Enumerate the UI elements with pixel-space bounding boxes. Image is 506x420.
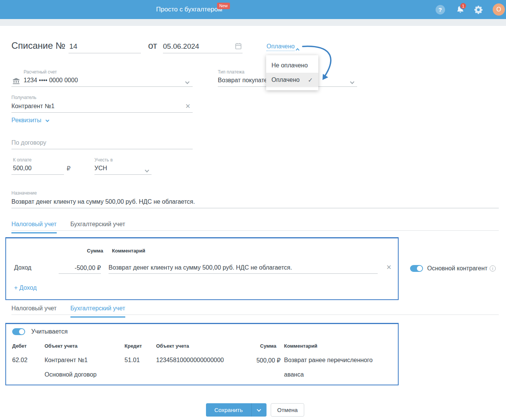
page-title: Списание №	[11, 40, 65, 51]
info-icon[interactable]: i	[490, 265, 496, 271]
tax-scheme-chevron-icon[interactable]	[145, 166, 148, 173]
cell-debit: 62.02	[12, 357, 27, 364]
amount-label: К оплате	[13, 157, 32, 163]
tax-col-sum: Сумма	[87, 248, 103, 254]
col-credit: Кредит	[125, 343, 142, 349]
purpose-value[interactable]: Возврат денег клиенту на сумму 500,00 ру…	[11, 198, 195, 205]
tax-col-comment: Комментарий	[112, 248, 145, 254]
tax-row-comment-input[interactable]: Возврат денег клиенту на сумму 500,00 ру…	[109, 264, 292, 271]
tax-row-comment-underline	[109, 273, 378, 274]
accounting-tabs: Налоговый учет Бухгалтерский учет	[11, 305, 499, 315]
details-link-label: Реквизиты	[11, 117, 41, 123]
account-label: Расчетный счет	[24, 69, 57, 75]
col-comment: Комментарий	[284, 343, 318, 349]
tax-row-sum-input[interactable]: -500,00 ₽	[59, 264, 101, 271]
check-icon: ✓	[308, 77, 313, 84]
considered-toggle[interactable]	[12, 328, 25, 335]
notifications-button[interactable]: 1	[455, 5, 465, 14]
details-link[interactable]: Реквизиты	[11, 117, 49, 124]
date-underline	[163, 53, 243, 53]
cell-sum: 500,00 ₽	[243, 357, 281, 364]
tax-scheme-value[interactable]: УСН	[94, 165, 107, 172]
col-sum: Сумма	[260, 343, 276, 349]
menu-item-unpaid[interactable]: Не оплачено	[266, 58, 318, 73]
notification-badge: 1	[460, 2, 467, 10]
document-number-input[interactable]: 14	[69, 42, 77, 51]
recipient-label: Получатель	[11, 95, 37, 100]
tab-tax-accounting-2[interactable]: Налоговый учет	[11, 305, 57, 315]
payment-status-menu: Не оплачено Оплачено ✓	[266, 55, 318, 90]
app-title: Просто с бухгалтером	[156, 6, 222, 13]
tab-tax-label-1: Налоговый учет	[11, 221, 57, 227]
col-credit-object: Объект учета	[156, 343, 189, 349]
date-preposition: от	[148, 40, 157, 51]
gear-icon	[474, 5, 483, 14]
col-debit-object: Объект учета	[45, 343, 78, 349]
tax-row-sum-underline	[59, 273, 101, 274]
menu-item-paid-label: Оплачено	[271, 77, 300, 83]
contract-input[interactable]: По договору	[11, 139, 46, 146]
document-number-underline	[69, 53, 141, 53]
purpose-label: Назначение	[11, 190, 37, 196]
account-chevron-icon[interactable]	[186, 78, 189, 85]
tax-tabs: Налоговый учет Бухгалтерский учет	[11, 221, 499, 231]
top-header-bar: Просто с бухгалтером New ? 1 O	[0, 0, 506, 19]
tab-tax-accounting-1[interactable]: Налоговый учет	[11, 221, 57, 230]
recipient-clear-icon[interactable]: ×	[185, 102, 190, 110]
tax-accounting-box: Сумма Комментарий Доход -500,00 ₽ Возвра…	[5, 237, 399, 300]
cell-credit: 51.01	[125, 357, 140, 364]
tab-book-accounting-2[interactable]: Бухгалтерский учет	[70, 305, 125, 315]
save-options-button[interactable]	[251, 403, 267, 417]
header-shadow-strip	[0, 19, 506, 26]
chevron-up-icon[interactable]	[296, 46, 299, 53]
tax-row-delete-icon[interactable]: ×	[386, 263, 391, 271]
recipient-underline	[11, 112, 193, 113]
menu-item-paid[interactable]: Оплачено ✓	[266, 73, 318, 87]
add-income-link[interactable]: + Доход	[14, 284, 37, 291]
tab-accounting-label-2: Бухгалтерский учет	[70, 305, 125, 311]
cell-comment-2: аванса	[284, 371, 304, 378]
calendar-icon[interactable]	[235, 42, 242, 50]
chevron-down-icon	[257, 407, 261, 411]
book-accounting-box: Учитывается Дебет Объект учета Кредит Об…	[5, 323, 399, 385]
tab-tax-label-2: Налоговый учет	[11, 305, 57, 311]
tax-scheme-underline	[94, 174, 152, 175]
settings-button[interactable]	[473, 5, 483, 14]
help-button[interactable]: ?	[435, 5, 445, 14]
tax-row-name: Доход	[14, 264, 31, 271]
recipient-value[interactable]: Контрагент №1	[11, 103, 54, 110]
user-avatar[interactable]: O	[493, 3, 505, 16]
payment-type-label: Тип платежа	[218, 69, 244, 75]
main-contractor-toggle[interactable]	[410, 265, 423, 272]
considered-label: Учитывается	[31, 328, 68, 335]
cell-debit-object-1: Контрагент №1	[45, 357, 88, 364]
tab-accounting-label-1: Бухгалтерский учет	[70, 221, 125, 227]
new-badge: New	[217, 3, 230, 9]
purpose-underline	[11, 208, 499, 208]
cancel-button[interactable]: Отмена	[271, 403, 304, 417]
help-icon: ?	[436, 5, 445, 14]
date-input[interactable]: 05.06.2024	[163, 42, 199, 51]
save-button[interactable]: Сохранить	[206, 407, 251, 413]
payment-type-value[interactable]: Возврат покупате...	[218, 77, 273, 84]
contract-underline	[11, 149, 193, 149]
save-split-button: Сохранить	[206, 403, 267, 417]
payment-type-chevron-icon[interactable]	[351, 78, 354, 85]
amount-underline	[11, 174, 64, 175]
currency-symbol: ₽	[67, 165, 70, 172]
cell-debit-object-2: Основной договор	[45, 371, 97, 378]
account-underline	[11, 86, 193, 87]
cell-credit-object: 12345810000000000000	[156, 357, 224, 364]
bank-icon	[12, 77, 20, 85]
account-value[interactable]: 1234 •••• 0000 0000	[24, 77, 78, 84]
payment-status-link[interactable]: Оплачено	[267, 43, 295, 51]
tab-book-accounting-1[interactable]: Бухгалтерский учет	[70, 221, 125, 230]
chevron-down-icon	[45, 118, 49, 122]
page: Просто с бухгалтером New ? 1 O Списание …	[0, 0, 506, 420]
tax-scheme-label: Учесть в	[94, 157, 113, 163]
col-debit: Дебет	[12, 343, 27, 349]
main-contractor-label: Основной контрагент	[427, 265, 487, 272]
cell-comment-1: Возврат ранее перечисленного	[284, 357, 373, 364]
amount-value[interactable]: 500,00	[13, 165, 32, 172]
